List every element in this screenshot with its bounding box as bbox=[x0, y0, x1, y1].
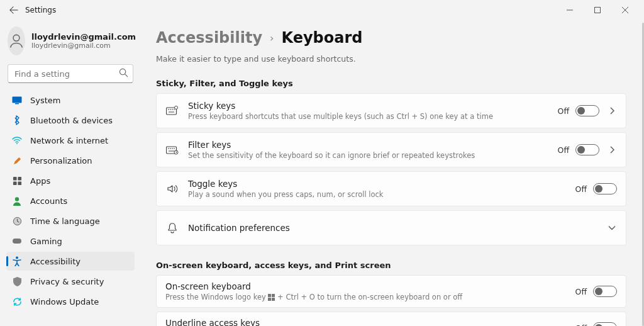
row-description: Play a sound when you press caps, num, o… bbox=[188, 190, 575, 199]
bluetooth-icon bbox=[11, 115, 23, 126]
minimize-icon bbox=[567, 7, 573, 13]
nav-item-apps[interactable]: Apps bbox=[6, 171, 135, 190]
expand-button[interactable] bbox=[607, 146, 617, 154]
nav-label: Windows Update bbox=[30, 297, 99, 306]
profile-email: lloydrlevin@gmail.com bbox=[31, 42, 136, 50]
person-icon bbox=[8, 32, 25, 50]
row-title: Underline access keys bbox=[165, 318, 575, 326]
chevron-down-icon bbox=[608, 225, 616, 230]
nav-item-time-language[interactable]: Time & language bbox=[6, 211, 135, 230]
svg-point-1 bbox=[13, 35, 19, 41]
close-icon bbox=[622, 7, 628, 13]
nav-item-accessibility[interactable]: Accessibility bbox=[6, 252, 135, 271]
svg-rect-3 bbox=[13, 96, 22, 103]
toggle-sticky-keys[interactable] bbox=[575, 105, 599, 116]
svg-point-13 bbox=[16, 257, 18, 259]
row-description: Press keyboard shortcuts that use multip… bbox=[188, 112, 558, 121]
nav-list: System Bluetooth & devices Network & int… bbox=[6, 91, 135, 311]
nav-label: Time & language bbox=[30, 216, 100, 226]
svg-rect-9 bbox=[18, 181, 21, 185]
keyboard-filter-icon bbox=[165, 145, 179, 155]
globe-clock-icon bbox=[11, 215, 23, 227]
nav-item-personalization[interactable]: Personalization bbox=[6, 151, 135, 170]
section-heading-sticky: Sticky, Filter, and Toggle keys bbox=[156, 79, 626, 88]
nav-item-windows-update[interactable]: Windows Update bbox=[6, 292, 135, 311]
toggle-onscreen-keyboard[interactable] bbox=[593, 286, 617, 297]
page-title: Keyboard bbox=[281, 29, 362, 47]
back-button[interactable] bbox=[5, 1, 23, 19]
nav-label: Personalization bbox=[30, 156, 92, 166]
nav-item-network[interactable]: Network & internet bbox=[6, 131, 135, 150]
nav-label: Gaming bbox=[30, 237, 62, 246]
minimize-button[interactable] bbox=[556, 1, 584, 19]
card-filter-keys[interactable]: Filter keys Set the sensitivity of the k… bbox=[156, 132, 626, 167]
nav-label: Apps bbox=[30, 176, 50, 186]
card-toggle-keys[interactable]: Toggle keys Play a sound when you press … bbox=[156, 171, 626, 206]
maximize-button[interactable] bbox=[584, 1, 611, 19]
search-icon bbox=[119, 68, 128, 77]
nav-item-system[interactable]: System bbox=[6, 91, 135, 110]
toggle-filter-keys[interactable] bbox=[575, 144, 599, 155]
row-title: Sticky keys bbox=[188, 101, 558, 111]
window-controls bbox=[556, 1, 639, 19]
card-onscreen-keyboard[interactable]: On-screen keyboard Press the Windows log… bbox=[156, 275, 626, 308]
arrow-left-icon bbox=[9, 6, 18, 14]
profile-name: lloydrlevin@gmail.com bbox=[31, 32, 136, 42]
shield-icon bbox=[11, 276, 23, 287]
titlebar: Settings bbox=[0, 0, 644, 20]
search-input[interactable] bbox=[8, 64, 133, 83]
nav-item-privacy[interactable]: Privacy & security bbox=[6, 272, 135, 291]
wifi-icon bbox=[11, 135, 23, 146]
paintbrush-icon bbox=[11, 155, 23, 166]
toggle-toggle-keys[interactable] bbox=[593, 183, 617, 194]
row-title: Filter keys bbox=[188, 140, 558, 150]
expand-button[interactable] bbox=[607, 107, 617, 115]
profile-card[interactable]: lloydrlevin@gmail.com lloydrlevin@gmail.… bbox=[6, 23, 135, 62]
svg-rect-18 bbox=[268, 294, 271, 297]
svg-rect-8 bbox=[13, 181, 16, 185]
nav-label: Accessibility bbox=[30, 257, 80, 266]
row-title: On-screen keyboard bbox=[165, 281, 575, 291]
svg-rect-4 bbox=[15, 103, 19, 104]
toggle-underline-access-keys[interactable] bbox=[593, 322, 617, 326]
svg-point-15 bbox=[175, 106, 178, 110]
status-label: Off bbox=[575, 287, 587, 296]
card-notification-preferences[interactable]: Notification preferences bbox=[156, 210, 626, 245]
chevron-right-icon bbox=[609, 107, 614, 115]
breadcrumb-parent[interactable]: Accessibility bbox=[156, 29, 262, 47]
gaming-icon bbox=[11, 235, 23, 247]
sidebar: lloydrlevin@gmail.com lloydrlevin@gmail.… bbox=[0, 20, 140, 326]
nav-label: Network & internet bbox=[30, 136, 108, 145]
chevron-right-icon: › bbox=[270, 32, 274, 44]
accessibility-icon bbox=[11, 256, 23, 267]
maximize-icon bbox=[594, 7, 601, 13]
keyboard-icon bbox=[165, 106, 179, 116]
update-icon bbox=[11, 296, 23, 307]
expand-button[interactable] bbox=[607, 225, 617, 230]
close-button[interactable] bbox=[611, 1, 639, 19]
svg-point-2 bbox=[119, 69, 125, 74]
search-container bbox=[8, 64, 133, 83]
chevron-right-icon bbox=[609, 146, 614, 154]
windows-logo-icon bbox=[268, 294, 275, 301]
apps-icon bbox=[11, 175, 23, 186]
row-title: Notification preferences bbox=[188, 223, 599, 233]
status-label: Off bbox=[558, 106, 569, 116]
svg-rect-7 bbox=[18, 176, 21, 180]
svg-rect-12 bbox=[13, 239, 21, 244]
status-label: Off bbox=[558, 145, 569, 155]
nav-label: Accounts bbox=[30, 196, 67, 206]
section-heading-onscreen: On-screen keyboard, access keys, and Pri… bbox=[156, 261, 626, 270]
nav-label: Privacy & security bbox=[30, 277, 104, 286]
nav-item-bluetooth[interactable]: Bluetooth & devices bbox=[6, 111, 135, 130]
card-sticky-keys[interactable]: Sticky keys Press keyboard shortcuts tha… bbox=[156, 93, 626, 128]
nav-item-accounts[interactable]: Accounts bbox=[6, 191, 135, 210]
svg-rect-0 bbox=[595, 8, 601, 13]
status-label: Off bbox=[575, 323, 587, 327]
sound-icon bbox=[165, 184, 179, 194]
row-description: Set the sensitivity of the keyboard so i… bbox=[188, 151, 558, 160]
avatar bbox=[8, 26, 25, 55]
card-underline-access-keys[interactable]: Underline access keys Access keys will b… bbox=[156, 312, 626, 326]
nav-item-gaming[interactable]: Gaming bbox=[6, 232, 135, 250]
row-title: Toggle keys bbox=[188, 179, 575, 189]
